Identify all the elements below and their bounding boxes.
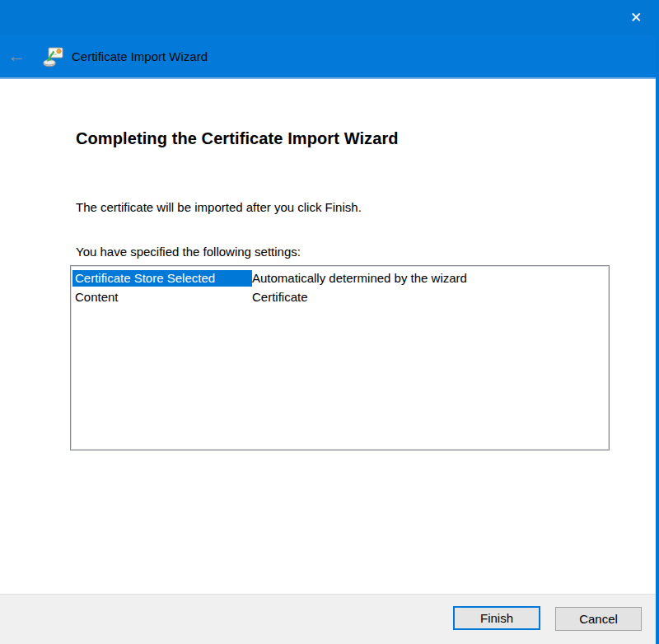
back-button[interactable]: ← (0, 47, 33, 65)
title-bar: ✕ (0, 0, 659, 35)
footer-bar: Finish Cancel (0, 594, 656, 644)
wizard-title: Certificate Import Wizard (70, 49, 208, 63)
settings-row-certificate-store[interactable]: Certificate Store Selected Automatically… (71, 268, 609, 287)
setting-name: Certificate Store Selected (72, 270, 252, 287)
wizard-header: ← Certificate Import Wizard (0, 35, 656, 79)
settings-row-content[interactable]: Content Certificate (71, 287, 609, 306)
close-icon: ✕ (630, 11, 642, 25)
setting-name: Content (72, 289, 252, 306)
finish-button[interactable]: Finish (453, 606, 540, 630)
setting-value: Certificate (252, 290, 308, 304)
setting-value: Automatically determined by the wizard (252, 271, 467, 285)
settings-list[interactable]: Certificate Store Selected Automatically… (70, 265, 610, 450)
setting-name-cell-wrap: Certificate Store Selected (71, 270, 252, 287)
page-title: Completing the Certificate Import Wizard (76, 129, 399, 148)
cancel-button[interactable]: Cancel (555, 607, 642, 631)
settings-label: You have specified the following setting… (76, 245, 301, 259)
back-arrow-icon: ← (7, 45, 26, 66)
close-button[interactable]: ✕ (618, 0, 654, 35)
certificate-import-icon (43, 46, 64, 68)
setting-name-cell-wrap: Content (71, 289, 252, 306)
intro-text: The certificate will be imported after y… (76, 200, 362, 214)
certificate-import-wizard-window: ✕ ← Certificate Import Wizard Completing… (0, 0, 659, 644)
